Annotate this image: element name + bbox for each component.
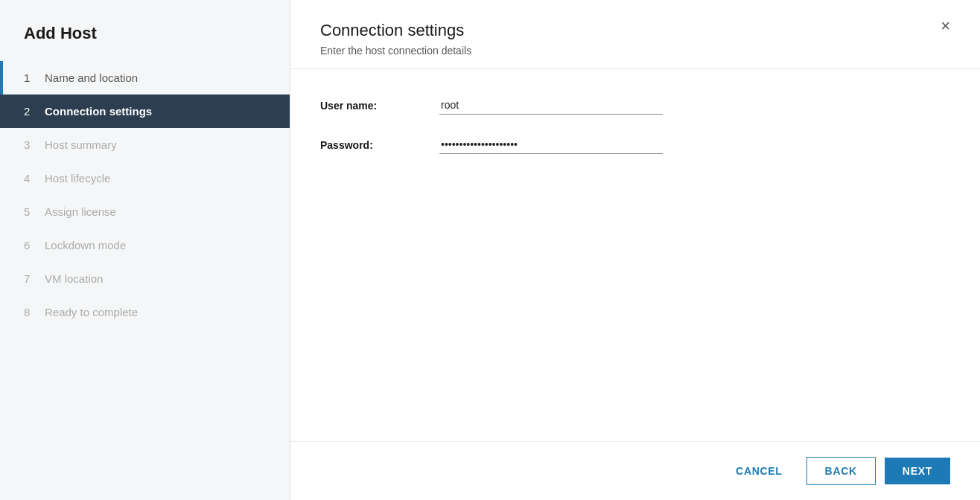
step-6-label: Lockdown mode (45, 239, 126, 251)
step-8[interactable]: 8 Ready to complete (0, 295, 290, 329)
step-2[interactable]: 2 Connection settings (0, 94, 290, 128)
sidebar: Add Host 1 Name and location 2 Connectio… (0, 0, 290, 500)
step-3[interactable]: 3 Host summary (0, 128, 290, 161)
next-button[interactable]: NEXT (885, 458, 950, 484)
close-button[interactable]: × (941, 18, 950, 34)
step-7-label: VM location (45, 272, 103, 285)
step-1[interactable]: 1 Name and location (0, 61, 290, 94)
step-3-number: 3 (24, 138, 37, 151)
step-8-number: 8 (24, 306, 37, 318)
step-5-number: 5 (24, 205, 37, 218)
step-7-number: 7 (24, 272, 37, 285)
step-7[interactable]: 7 VM location (0, 262, 290, 295)
username-input[interactable] (439, 96, 663, 115)
step-1-label: Name and location (45, 71, 138, 84)
username-label: User name: (320, 100, 439, 112)
step-2-number: 2 (24, 105, 37, 118)
step-5[interactable]: 5 Assign license (0, 195, 290, 228)
cancel-button[interactable]: CANCEL (721, 458, 798, 484)
step-6[interactable]: 6 Lockdown mode (0, 228, 290, 262)
main-content: Connection settings Enter the host conne… (290, 0, 980, 500)
password-label: Password: (320, 139, 439, 151)
step-4-number: 4 (24, 172, 37, 185)
password-input[interactable] (439, 135, 663, 154)
page-title: Connection settings (320, 21, 471, 40)
step-2-label: Connection settings (45, 105, 152, 118)
page-subtitle: Enter the host connection details (320, 45, 471, 57)
step-3-label: Host summary (45, 138, 117, 151)
step-4-label: Host lifecycle (45, 172, 110, 185)
password-row: Password: (320, 135, 950, 154)
add-host-dialog: Add Host 1 Name and location 2 Connectio… (0, 0, 980, 500)
step-6-number: 6 (24, 239, 37, 251)
main-header: Connection settings Enter the host conne… (290, 0, 980, 69)
steps-list: 1 Name and location 2 Connection setting… (0, 61, 290, 500)
step-5-label: Assign license (45, 205, 116, 218)
back-button[interactable]: BACK (806, 457, 876, 485)
username-row: User name: (320, 96, 950, 115)
step-4[interactable]: 4 Host lifecycle (0, 161, 290, 195)
form-area: User name: Password: (290, 69, 980, 441)
title-area: Connection settings Enter the host conne… (320, 21, 471, 57)
step-8-label: Ready to complete (45, 306, 138, 318)
step-1-number: 1 (24, 71, 37, 84)
step-1-indicator (0, 61, 3, 94)
dialog-title: Add Host (0, 0, 290, 61)
footer: CANCEL BACK NEXT (290, 441, 980, 500)
